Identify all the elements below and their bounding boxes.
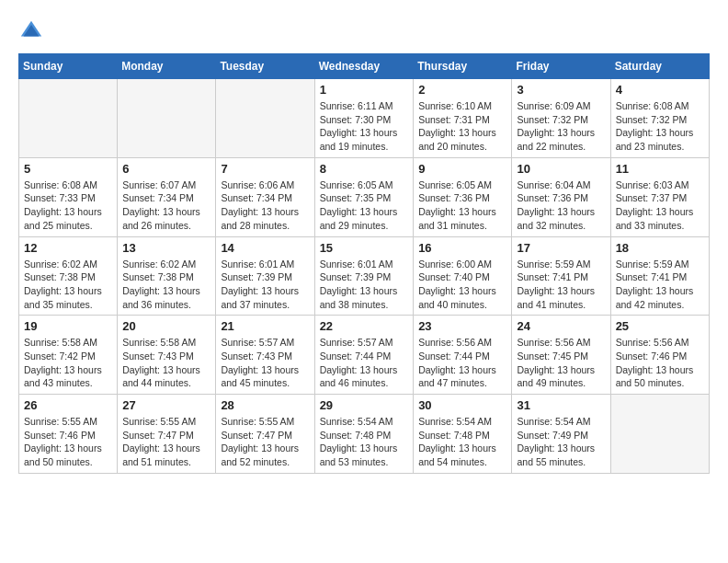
calendar-cell: 19Sunrise: 5:58 AM Sunset: 7:42 PM Dayli… <box>19 316 118 395</box>
logo <box>18 18 46 44</box>
day-info: Sunrise: 6:10 AM Sunset: 7:31 PM Dayligh… <box>418 99 506 154</box>
day-info: Sunrise: 6:02 AM Sunset: 7:38 PM Dayligh… <box>122 258 210 312</box>
day-number: 6 <box>122 162 210 176</box>
day-number: 22 <box>320 319 409 333</box>
day-info: Sunrise: 5:59 AM Sunset: 7:41 PM Dayligh… <box>517 258 605 312</box>
calendar-week-row: 1Sunrise: 6:11 AM Sunset: 7:30 PM Daylig… <box>19 79 710 158</box>
day-info: Sunrise: 6:07 AM Sunset: 7:34 PM Dayligh… <box>122 178 210 233</box>
day-number: 18 <box>616 241 704 255</box>
day-info: Sunrise: 6:03 AM Sunset: 7:37 PM Dayligh… <box>616 178 704 233</box>
day-number: 31 <box>517 398 605 412</box>
calendar-cell: 29Sunrise: 5:54 AM Sunset: 7:48 PM Dayli… <box>314 395 414 474</box>
calendar-cell: 2Sunrise: 6:10 AM Sunset: 7:31 PM Daylig… <box>414 79 512 158</box>
calendar-cell: 23Sunrise: 5:56 AM Sunset: 7:44 PM Dayli… <box>414 316 512 395</box>
calendar-cell: 1Sunrise: 6:11 AM Sunset: 7:30 PM Daylig… <box>314 79 414 158</box>
calendar-cell: 9Sunrise: 6:05 AM Sunset: 7:36 PM Daylig… <box>414 157 512 236</box>
col-header-saturday: Saturday <box>610 54 709 79</box>
day-number: 19 <box>24 319 112 333</box>
calendar-cell: 20Sunrise: 5:58 AM Sunset: 7:43 PM Dayli… <box>118 316 216 395</box>
day-number: 26 <box>24 398 112 412</box>
day-number: 3 <box>517 83 605 97</box>
day-number: 15 <box>320 241 409 255</box>
day-number: 30 <box>418 398 506 412</box>
calendar-cell: 15Sunrise: 6:01 AM Sunset: 7:39 PM Dayli… <box>314 236 414 316</box>
logo-icon <box>18 18 44 44</box>
day-number: 4 <box>616 83 704 97</box>
calendar-week-row: 19Sunrise: 5:58 AM Sunset: 7:42 PM Dayli… <box>19 316 710 395</box>
day-number: 13 <box>122 241 210 255</box>
col-header-tuesday: Tuesday <box>216 54 314 79</box>
calendar-cell: 11Sunrise: 6:03 AM Sunset: 7:37 PM Dayli… <box>610 157 709 236</box>
day-info: Sunrise: 5:55 AM Sunset: 7:47 PM Dayligh… <box>221 415 309 469</box>
calendar-cell: 13Sunrise: 6:02 AM Sunset: 7:38 PM Dayli… <box>118 236 216 316</box>
day-info: Sunrise: 5:54 AM Sunset: 7:48 PM Dayligh… <box>418 415 506 469</box>
day-number: 12 <box>24 241 112 255</box>
day-info: Sunrise: 5:55 AM Sunset: 7:46 PM Dayligh… <box>24 415 112 469</box>
calendar-cell <box>610 395 709 474</box>
day-number: 23 <box>418 319 506 333</box>
day-info: Sunrise: 5:54 AM Sunset: 7:48 PM Dayligh… <box>320 415 409 469</box>
day-info: Sunrise: 5:57 AM Sunset: 7:43 PM Dayligh… <box>221 336 309 390</box>
day-info: Sunrise: 5:59 AM Sunset: 7:41 PM Dayligh… <box>616 258 704 312</box>
day-info: Sunrise: 6:01 AM Sunset: 7:39 PM Dayligh… <box>320 258 409 312</box>
day-info: Sunrise: 6:00 AM Sunset: 7:40 PM Dayligh… <box>418 258 506 312</box>
day-number: 7 <box>221 162 309 176</box>
day-info: Sunrise: 6:08 AM Sunset: 7:33 PM Dayligh… <box>24 178 112 233</box>
col-header-wednesday: Wednesday <box>314 54 414 79</box>
calendar-cell: 28Sunrise: 5:55 AM Sunset: 7:47 PM Dayli… <box>216 395 314 474</box>
day-number: 21 <box>221 319 309 333</box>
day-number: 9 <box>418 162 506 176</box>
calendar-cell: 8Sunrise: 6:05 AM Sunset: 7:35 PM Daylig… <box>314 157 414 236</box>
calendar-cell: 18Sunrise: 5:59 AM Sunset: 7:41 PM Dayli… <box>610 236 709 316</box>
calendar-week-row: 26Sunrise: 5:55 AM Sunset: 7:46 PM Dayli… <box>19 395 710 474</box>
calendar-cell: 3Sunrise: 6:09 AM Sunset: 7:32 PM Daylig… <box>512 79 610 158</box>
day-info: Sunrise: 6:06 AM Sunset: 7:34 PM Dayligh… <box>221 178 309 233</box>
day-number: 5 <box>24 162 112 176</box>
calendar-cell: 26Sunrise: 5:55 AM Sunset: 7:46 PM Dayli… <box>19 395 118 474</box>
day-number: 29 <box>320 398 409 412</box>
calendar-cell: 25Sunrise: 5:56 AM Sunset: 7:46 PM Dayli… <box>610 316 709 395</box>
calendar-cell: 16Sunrise: 6:00 AM Sunset: 7:40 PM Dayli… <box>414 236 512 316</box>
day-info: Sunrise: 5:54 AM Sunset: 7:49 PM Dayligh… <box>517 415 605 469</box>
day-info: Sunrise: 5:56 AM Sunset: 7:44 PM Dayligh… <box>418 336 506 390</box>
calendar-cell: 6Sunrise: 6:07 AM Sunset: 7:34 PM Daylig… <box>118 157 216 236</box>
day-number: 10 <box>517 162 605 176</box>
day-info: Sunrise: 6:02 AM Sunset: 7:38 PM Dayligh… <box>24 258 112 312</box>
calendar-cell: 14Sunrise: 6:01 AM Sunset: 7:39 PM Dayli… <box>216 236 314 316</box>
day-info: Sunrise: 6:04 AM Sunset: 7:36 PM Dayligh… <box>517 178 605 233</box>
calendar-cell <box>216 79 314 158</box>
calendar-cell: 27Sunrise: 5:55 AM Sunset: 7:47 PM Dayli… <box>118 395 216 474</box>
day-info: Sunrise: 5:58 AM Sunset: 7:42 PM Dayligh… <box>24 336 112 390</box>
calendar-cell: 10Sunrise: 6:04 AM Sunset: 7:36 PM Dayli… <box>512 157 610 236</box>
day-number: 24 <box>517 319 605 333</box>
calendar-cell: 12Sunrise: 6:02 AM Sunset: 7:38 PM Dayli… <box>19 236 118 316</box>
day-info: Sunrise: 6:05 AM Sunset: 7:35 PM Dayligh… <box>320 178 409 233</box>
day-info: Sunrise: 5:55 AM Sunset: 7:47 PM Dayligh… <box>122 415 210 469</box>
col-header-sunday: Sunday <box>19 54 118 79</box>
day-info: Sunrise: 6:08 AM Sunset: 7:32 PM Dayligh… <box>616 99 704 154</box>
day-info: Sunrise: 5:57 AM Sunset: 7:44 PM Dayligh… <box>320 336 409 390</box>
col-header-friday: Friday <box>512 54 610 79</box>
day-info: Sunrise: 6:11 AM Sunset: 7:30 PM Dayligh… <box>320 99 409 154</box>
calendar-cell: 24Sunrise: 5:56 AM Sunset: 7:45 PM Dayli… <box>512 316 610 395</box>
calendar-cell: 7Sunrise: 6:06 AM Sunset: 7:34 PM Daylig… <box>216 157 314 236</box>
day-info: Sunrise: 6:05 AM Sunset: 7:36 PM Dayligh… <box>418 178 506 233</box>
calendar-cell: 21Sunrise: 5:57 AM Sunset: 7:43 PM Dayli… <box>216 316 314 395</box>
page-header <box>18 18 710 44</box>
day-number: 28 <box>221 398 309 412</box>
day-number: 14 <box>221 241 309 255</box>
calendar-week-row: 5Sunrise: 6:08 AM Sunset: 7:33 PM Daylig… <box>19 157 710 236</box>
day-number: 25 <box>616 319 704 333</box>
calendar-cell <box>118 79 216 158</box>
day-number: 20 <box>122 319 210 333</box>
day-number: 8 <box>320 162 409 176</box>
day-number: 1 <box>320 83 409 97</box>
day-info: Sunrise: 5:58 AM Sunset: 7:43 PM Dayligh… <box>122 336 210 390</box>
calendar-cell: 30Sunrise: 5:54 AM Sunset: 7:48 PM Dayli… <box>414 395 512 474</box>
day-number: 11 <box>616 162 704 176</box>
day-info: Sunrise: 5:56 AM Sunset: 7:45 PM Dayligh… <box>517 336 605 390</box>
calendar-header-row: SundayMondayTuesdayWednesdayThursdayFrid… <box>19 54 710 79</box>
calendar-cell: 4Sunrise: 6:08 AM Sunset: 7:32 PM Daylig… <box>610 79 709 158</box>
calendar-cell: 5Sunrise: 6:08 AM Sunset: 7:33 PM Daylig… <box>19 157 118 236</box>
calendar-week-row: 12Sunrise: 6:02 AM Sunset: 7:38 PM Dayli… <box>19 236 710 316</box>
